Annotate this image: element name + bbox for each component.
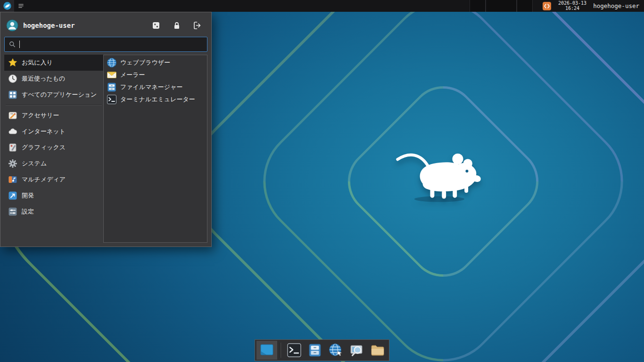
category-recently-used[interactable]: 最近使ったもの: [4, 71, 103, 87]
clock[interactable]: 2026-03-13 16:24: [556, 0, 588, 12]
list-icon[interactable]: [18, 3, 24, 9]
folder-icon: [370, 343, 385, 358]
lock-icon: [172, 21, 182, 30]
session-buttons: [150, 19, 204, 32]
search-box[interactable]: [4, 37, 207, 52]
clock-date: 2026-03-13: [558, 1, 586, 6]
dock-file-manager-icon: [307, 343, 322, 358]
top-panel: 2026-03-13 16:24 hogehoge-user: [0, 0, 644, 12]
xubuntu-logo-icon: [3, 1, 12, 10]
category-development[interactable]: 開発: [4, 188, 103, 204]
dock-app-finder[interactable]: [346, 341, 367, 360]
category-list: お気に入り 最近使ったもの すべてのアプリケーション アクセサリー インターネッ…: [4, 55, 103, 243]
menu-username: hogehoge-user: [23, 22, 75, 29]
menu-body: お気に入り 最近使ったもの すべてのアプリケーション アクセサリー インターネッ…: [4, 55, 207, 243]
category-graphics[interactable]: グラフィックス: [4, 140, 103, 156]
category-separator: [6, 105, 102, 106]
web-browser-icon: [107, 58, 117, 68]
dock-web-browser[interactable]: [325, 341, 346, 360]
search-icon: [8, 41, 16, 48]
indicator-button[interactable]: [540, 0, 553, 12]
development-icon: [8, 191, 17, 200]
category-multimedia[interactable]: マルチメディア: [4, 172, 103, 188]
settings-icon: [151, 21, 161, 30]
category-internet[interactable]: インターネット: [4, 123, 103, 140]
mail-icon: [107, 70, 117, 80]
accessories-icon: [8, 111, 17, 120]
clock-icon: [8, 74, 17, 83]
category-accessories[interactable]: アクセサリー: [4, 107, 103, 123]
file-manager-icon: [107, 82, 117, 92]
dock-terminal-emulator[interactable]: [284, 341, 305, 360]
favorites-panel: ウェブブラウザー メーラー ファイルマネージャー ターミナルエミュレーター: [103, 55, 207, 243]
avatar-icon: [6, 19, 18, 32]
dock-separator: [280, 343, 281, 358]
dock: [255, 339, 389, 361]
tasklist: [470, 0, 533, 12]
menu-header: hogehoge-user: [4, 16, 207, 35]
internet-icon: [8, 127, 17, 136]
app-web-browser[interactable]: ウェブブラウザー: [105, 57, 206, 69]
xfce-mouse-logo: [395, 145, 487, 204]
search-input[interactable]: [20, 37, 203, 51]
tasklist-empty-button[interactable]: [486, 0, 517, 12]
dock-web-browser-icon: [328, 343, 343, 358]
graphics-icon: [8, 143, 17, 152]
logout-button[interactable]: [191, 19, 204, 32]
multimedia-icon: [8, 175, 17, 184]
preferences-icon: [8, 207, 17, 216]
app-finder-icon: [349, 343, 364, 358]
settings-button[interactable]: [150, 19, 162, 32]
orange-indicator-icon: [542, 1, 552, 11]
tasklist-empty-button[interactable]: [470, 0, 486, 12]
category-favorites[interactable]: お気に入り: [4, 55, 103, 71]
panel-username[interactable]: hogehoge-user: [591, 0, 641, 12]
clock-time: 16:24: [565, 6, 579, 11]
whisker-menu-button[interactable]: [0, 0, 14, 12]
category-settings[interactable]: 設定: [4, 204, 103, 220]
star-icon: [8, 58, 17, 67]
dock-show-desktop[interactable]: [256, 341, 277, 360]
app-terminal-emulator[interactable]: ターミナルエミュレーター: [105, 93, 206, 106]
category-all-applications[interactable]: すべてのアプリケーション: [4, 87, 103, 103]
system-gear-icon: [8, 159, 17, 168]
lock-screen-button[interactable]: [171, 19, 183, 32]
dock-file-folder[interactable]: [367, 341, 388, 360]
tasklist-empty-button[interactable]: [517, 0, 533, 12]
logout-icon: [193, 21, 202, 30]
dock-terminal-icon: [287, 343, 302, 358]
show-desktop-icon: [259, 343, 274, 358]
apps-grid-icon: [8, 90, 17, 99]
category-system[interactable]: システム: [4, 156, 103, 172]
app-file-manager[interactable]: ファイルマネージャー: [105, 81, 206, 93]
app-mailer[interactable]: メーラー: [105, 69, 206, 81]
dock-file-manager[interactable]: [305, 341, 325, 360]
whisker-menu: hogehoge-user お気に入り 最近使ったもの すべてのアプリケーション: [0, 12, 212, 247]
terminal-icon: [107, 94, 117, 105]
